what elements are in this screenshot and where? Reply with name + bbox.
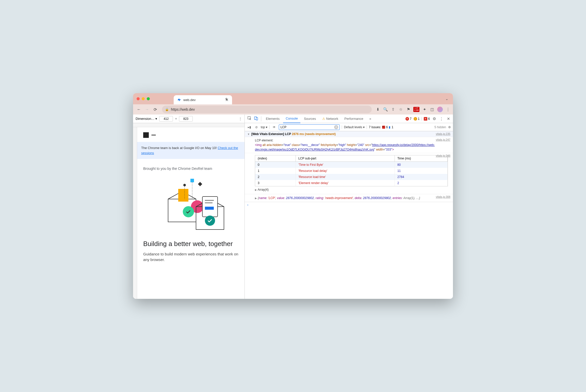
table-row: 3'Element render delay'2 (255, 180, 448, 186)
close-devtools-icon[interactable]: ✕ (446, 117, 451, 121)
inspect-icon[interactable] (247, 116, 252, 121)
log-row: vitals.js:248 (index) LCP sub-part Time … (245, 153, 453, 194)
svg-point-11 (183, 184, 186, 186)
zoom-icon[interactable]: 🔍 (383, 107, 388, 112)
svg-rect-12 (198, 182, 202, 186)
browser-window: web.dev ✕ + ⌄ ← → ⟳ 🔒 https://web.dev ⬇ … (133, 93, 453, 299)
source-link[interactable]: vitals.js:247 (436, 138, 450, 141)
issues-summary[interactable]: 7 Issues: ✕6 ▮1 (367, 125, 393, 129)
source-link[interactable]: vitals.js:308 (436, 195, 450, 198)
browser-tab[interactable]: web.dev ✕ (174, 95, 232, 104)
brought-by-text: Brought to you by the Chrome DevRel team (143, 167, 238, 171)
minimize-window-button[interactable] (142, 97, 145, 100)
devtools-panel: Elements Console Sources ⚠ Network Perfo… (245, 115, 453, 299)
filter-input[interactable] (279, 124, 340, 130)
tab-network[interactable]: ⚠ Network (320, 115, 341, 123)
warning-count-badge[interactable]: !1 (414, 117, 420, 121)
extensions-icon[interactable]: ✦ (422, 107, 427, 112)
console-settings-icon[interactable]: ⚙ (448, 125, 451, 129)
device-toolbar: Dimension… ▾ × ⋮ (133, 115, 245, 123)
hidden-count[interactable]: 5 hidden (434, 125, 446, 129)
log-row: vitals.js:308 ▶ {name: 'LCP', value: 287… (245, 194, 453, 202)
svg-rect-10 (190, 179, 194, 182)
download-icon[interactable]: ⬇ (375, 107, 380, 112)
maximize-window-button[interactable] (147, 97, 150, 100)
share-icon[interactable]: ⇧ (390, 107, 396, 112)
array-label[interactable]: ▶ Array(4) (247, 187, 450, 192)
ruler-vertical (133, 127, 137, 299)
devtools-tabs: Elements Console Sources ⚠ Network Perfo… (245, 115, 453, 123)
log-row: vitals.js:235 ▼ [Web Vitals Extension] L… (245, 131, 453, 137)
ruler-horizontal (133, 123, 245, 127)
dimensions-dropdown[interactable]: Dimension… ▾ (136, 117, 157, 121)
tabs-dropdown-icon[interactable]: ⌄ (445, 97, 448, 101)
log-row: vitals.js:247 LCP element: <img alt aria… (245, 137, 453, 153)
source-link[interactable]: vitals.js:248 (436, 154, 450, 157)
titlebar: web.dev ✕ + ⌄ (133, 93, 453, 104)
device-more-icon[interactable]: ⋮ (239, 117, 242, 121)
dimension-separator: × (175, 117, 177, 121)
sidepanel-icon[interactable]: ◫ (430, 107, 435, 112)
url-text: https://web.dev (171, 107, 195, 111)
logo-dash-icon (151, 135, 156, 136)
settings-icon[interactable]: ⚙ (432, 117, 437, 121)
clear-filter-icon[interactable]: ✕ (334, 125, 338, 129)
lcp-extension-badge[interactable]: LCP 2.88 (413, 107, 419, 112)
source-link[interactable]: vitals.js:235 (436, 132, 450, 135)
table-header: LCP sub-part (296, 155, 395, 162)
tab-favicon (177, 98, 181, 102)
live-expression-icon[interactable]: 👁 (272, 125, 277, 129)
tab-more[interactable]: » (367, 115, 374, 123)
address-bar[interactable]: 🔒 https://web.dev (162, 106, 372, 113)
svg-rect-1 (178, 189, 188, 202)
devtools-menu-icon[interactable]: ⋮ (439, 117, 444, 121)
table-row: 0'Time to First Byte'80 (255, 162, 448, 168)
log-levels-dropdown[interactable]: Default levels ▾ (342, 125, 365, 129)
forward-button[interactable]: → (144, 106, 150, 113)
menu-icon[interactable]: ⋮ (445, 107, 450, 112)
bookmark-icon[interactable]: ☆ (398, 107, 403, 112)
page-subheading: Guidance to build modern web experiences… (143, 251, 238, 263)
reload-button[interactable]: ⟳ (152, 106, 158, 113)
filter-wrap: ✕ (279, 124, 340, 130)
lcp-breakdown-table: (index) LCP sub-part Time (ms) 0'Time to… (255, 155, 448, 186)
object-preview[interactable]: ▶ {name: 'LCP', value: 2876.200000029802… (247, 195, 450, 201)
tab-sources[interactable]: Sources (301, 115, 319, 123)
height-input[interactable] (179, 116, 193, 122)
clear-console-icon[interactable]: ⊘ (254, 125, 259, 129)
tab-elements[interactable]: Elements (263, 115, 282, 123)
flag-icon[interactable]: ⚑ (406, 107, 411, 112)
profile-avatar[interactable] (437, 107, 443, 112)
expand-toggle-icon[interactable]: ▼ (247, 132, 250, 136)
lock-icon: 🔒 (165, 108, 169, 111)
svg-rect-8 (205, 207, 214, 210)
console-output[interactable]: vitals.js:235 ▼ [Web Vitals Extension] L… (245, 131, 453, 299)
width-input[interactable] (159, 116, 173, 122)
new-tab-button[interactable]: + (225, 96, 228, 102)
site-logo (143, 132, 238, 138)
back-button[interactable]: ← (136, 106, 142, 113)
io-banner: The Chrome team is back at Google I/O on… (137, 142, 245, 159)
tab-console[interactable]: Console (283, 115, 300, 123)
tab-performance[interactable]: Performance (342, 115, 366, 123)
device-emulation-panel: Dimension… ▾ × ⋮ The Chrome team (133, 115, 245, 299)
banner-text: The Chrome team is back at Google I/O on… (141, 146, 218, 150)
console-prompt[interactable]: › (245, 202, 453, 208)
html-snippet: <img alt aria-hidden="true" class="hero_… (247, 143, 450, 152)
main-area: Dimension… ▾ × ⋮ The Chrome team (133, 115, 453, 299)
device-toggle-icon[interactable] (253, 116, 259, 121)
table-header: (index) (255, 155, 296, 162)
context-selector[interactable]: top ▾ (261, 125, 270, 129)
hero-illustration (153, 174, 229, 235)
blocked-count-badge[interactable]: ✕6 (421, 117, 430, 121)
error-count-badge[interactable]: ✕7 (405, 117, 412, 121)
emulated-viewport[interactable]: The Chrome team is back at Google I/O on… (137, 127, 245, 299)
sidebar-toggle-icon[interactable]: ▸▮ (247, 125, 252, 129)
viewport-wrap: The Chrome team is back at Google I/O on… (133, 127, 245, 299)
page-heading: Building a better web, together (143, 240, 238, 248)
close-window-button[interactable] (137, 97, 140, 100)
tab-title: web.dev (183, 98, 223, 102)
page-content: The Chrome team is back at Google I/O on… (137, 127, 245, 268)
console-toolbar: ▸▮ ⊘ top ▾ 👁 ✕ Default levels ▾ 7 Issues… (245, 123, 453, 131)
table-row: 2'Resource load time'2784 (255, 174, 448, 180)
